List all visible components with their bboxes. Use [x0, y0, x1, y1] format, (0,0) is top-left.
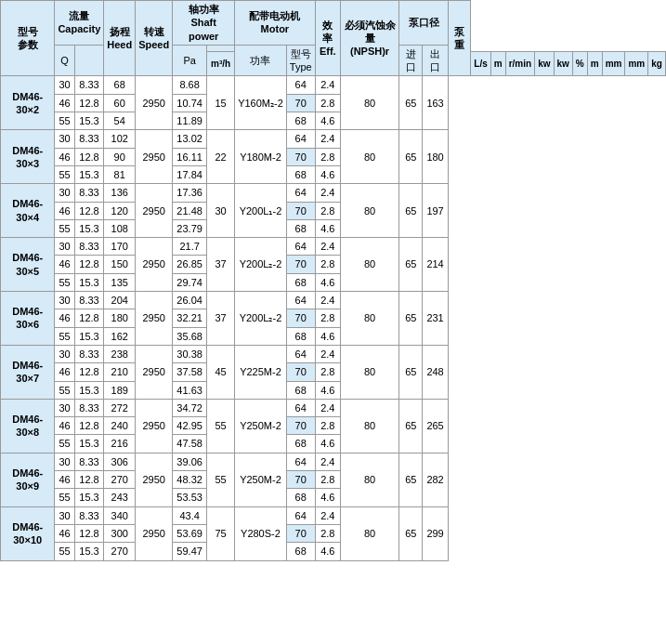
npsh-cell: 2.4 [315, 453, 340, 470]
q1-cell: 46 [55, 256, 74, 273]
q2-cell: 12.8 [74, 471, 104, 489]
q2-cell: 15.3 [74, 327, 104, 345]
eff-cell: 68 [286, 435, 315, 453]
h-cell: 68 [104, 76, 136, 94]
eff-cell: 70 [286, 309, 315, 327]
shaft-cell: 34.72 [173, 399, 207, 416]
shaft-cell: 53.53 [173, 489, 207, 506]
h-cell: 238 [104, 345, 136, 362]
eff-unit: % [572, 52, 587, 76]
npsh-cell: 2.8 [315, 524, 340, 542]
motor-type-header: 型号 Type [286, 45, 315, 76]
speed-cell: 2950 [136, 292, 173, 346]
motor-type-cell: Y250M-2 [235, 399, 287, 453]
outlet-cell: 65 [399, 506, 423, 560]
shaft-cell: 37.58 [173, 363, 207, 381]
h-cell: 204 [104, 292, 136, 309]
npsh-cell: 4.6 [315, 543, 340, 560]
npsh-cell: 2.8 [315, 309, 340, 327]
q1-cell: 46 [55, 148, 74, 165]
main-table: 型号 参数 流量 Capacity 扬程 Heed 转速 Speed 轴功率 S… [0, 0, 666, 561]
h-cell: 270 [104, 471, 136, 489]
q1-cell: 46 [55, 94, 74, 112]
motor-type-cell: Y280S-2 [235, 506, 287, 560]
q2-cell: 12.8 [74, 417, 104, 435]
q-unit: m³/h [207, 52, 235, 76]
inlet-cell: 80 [340, 238, 398, 292]
q2-cell: 15.3 [74, 543, 104, 560]
h-cell: 135 [104, 273, 136, 291]
motor-sub-label: Motor [238, 22, 312, 35]
h-cell: 60 [104, 94, 136, 112]
h-cell: 300 [104, 524, 136, 542]
speed-cell: 2950 [136, 399, 173, 453]
shaft-cell: 26.04 [173, 292, 207, 309]
motor-type-cell: Y200L₂-2 [235, 292, 287, 346]
npsh-cell: 4.6 [315, 112, 340, 130]
eff-sub-label: Eff. [319, 45, 337, 58]
q1-cell: 30 [55, 292, 74, 309]
h-cell: 102 [104, 130, 136, 148]
motor-power-cell: 15 [207, 76, 235, 130]
q2-cell: 15.3 [74, 112, 104, 130]
shaft-cell: 10.74 [173, 94, 207, 112]
q2-cell: 8.33 [74, 292, 104, 309]
h-cell: 81 [104, 165, 136, 183]
outlet-cell: 65 [399, 238, 423, 292]
q2-header [74, 45, 104, 76]
q2-cell: 15.3 [74, 165, 104, 183]
npsh-cell: 2.8 [315, 148, 340, 165]
inlet-cell: 80 [340, 184, 398, 238]
speed-cell: 2950 [136, 76, 173, 130]
q1-cell: 46 [55, 417, 74, 435]
shaft-cell: 30.38 [173, 345, 207, 362]
inlet-cell: 80 [340, 76, 398, 130]
eff-cell: 64 [286, 130, 315, 148]
motor-type-cell: Y225M-2 [235, 345, 287, 399]
q2-cell: 15.3 [74, 435, 104, 453]
motor-power-cell: 30 [207, 184, 235, 238]
shaft-cell: 41.63 [173, 381, 207, 399]
q1-cell: 46 [55, 471, 74, 489]
h-unit: m [490, 52, 505, 76]
npsh-cell: 2.8 [315, 471, 340, 489]
npsh-cell: 2.4 [315, 399, 340, 416]
eff-cell: 68 [286, 327, 315, 345]
motor-power-cell: 37 [207, 292, 235, 346]
motor-main-label: 配带电动机 [238, 9, 312, 22]
outlet-cell: 65 [399, 130, 423, 184]
motor-type-cell: Y160M₂-2 [235, 76, 287, 130]
motor-type-cell: Y200L₂-2 [235, 238, 287, 292]
weight-cell: 265 [423, 399, 449, 453]
h-cell: 180 [104, 309, 136, 327]
motor-power-cell: 55 [207, 453, 235, 506]
eff-cell: 70 [286, 417, 315, 435]
q1-cell: 55 [55, 165, 74, 183]
inlet-cell: 80 [340, 399, 398, 453]
outlet-cell: 65 [399, 292, 423, 346]
npsh-cell: 2.8 [315, 417, 340, 435]
eff-cell: 70 [286, 202, 315, 219]
shaft-cell: 29.74 [173, 273, 207, 291]
shaft-cell: 59.47 [173, 543, 207, 560]
weight-label: 泵重 [451, 25, 468, 52]
weight-header: 泵重 [448, 1, 471, 76]
q2-cell: 8.33 [74, 453, 104, 470]
outlet-cell: 65 [399, 399, 423, 453]
npsh-cell: 2.8 [315, 256, 340, 273]
eff-cell: 70 [286, 256, 315, 273]
head-header: 扬程 Heed [104, 1, 136, 76]
q2-cell: 12.8 [74, 524, 104, 542]
speed-main-label: 转速 [138, 25, 169, 38]
speed-cell: 2950 [136, 453, 173, 506]
q2-cell: 15.3 [74, 273, 104, 291]
q2-cell: 8.33 [74, 399, 104, 416]
motor-type-cell: Y250M-2 [235, 453, 287, 506]
q2-cell: 12.8 [74, 256, 104, 273]
shaft-kw-unit: kw [535, 52, 554, 76]
shaft-cell: 48.32 [173, 471, 207, 489]
q1-cell: 46 [55, 309, 74, 327]
outlet-cell: 65 [399, 184, 423, 238]
head-sub-label: Heed [107, 38, 132, 51]
eff-cell: 68 [286, 219, 315, 237]
